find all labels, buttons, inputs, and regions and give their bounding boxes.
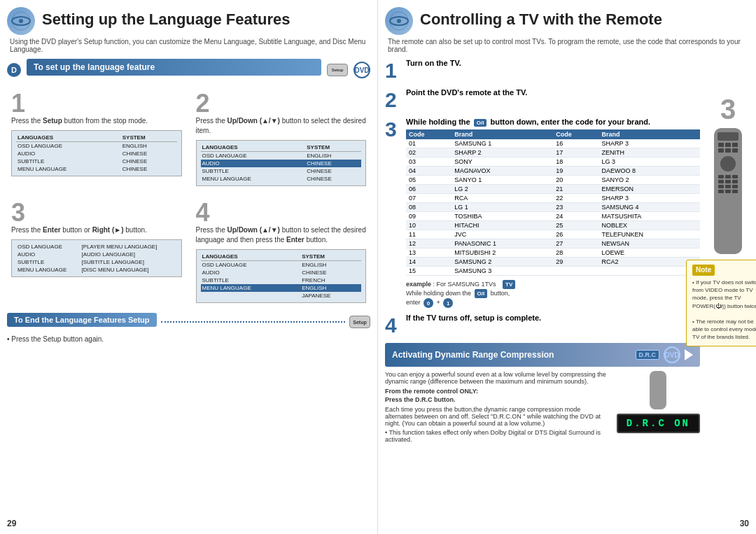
page-num-left: 29	[7, 519, 16, 528]
right-sidebar: 3	[707, 59, 749, 443]
step-tv-1-num: 1	[385, 59, 400, 83]
remote-small-left: Setup	[327, 64, 348, 76]
rb8	[725, 175, 731, 178]
drc-bar: Activating Dynamic Range Compression D.R…	[385, 343, 700, 367]
press-drc-label: Press the D.R.C button.	[385, 396, 610, 403]
rb5	[725, 148, 731, 153]
dvd-label-right: DVD	[664, 346, 680, 363]
rb7	[718, 175, 724, 178]
step-tv-2: 2 Point the DVD's remote at the TV.	[385, 88, 700, 112]
left-page: Setting up the Language Features Using t…	[0, 0, 378, 534]
step-tv-4: 4 If the TV turns off, setup is complete…	[385, 314, 700, 337]
rb18	[732, 190, 738, 193]
drc-arrow-icon	[685, 349, 693, 360]
remote-buttons-group1	[718, 143, 738, 153]
step-1-screen: LANGUAGESSYSTEM OSD LANGUAGEENGLISH AUDI…	[11, 130, 182, 176]
dotted-line	[161, 321, 345, 323]
step-tv-4-text: If the TV turns off, setup is complete.	[406, 314, 541, 322]
svg-point-2	[19, 19, 23, 23]
step-3-num: 3	[11, 200, 182, 225]
table-row: 01SAMSUNG 116SHARP 3	[406, 139, 700, 148]
table-row: 09TOSHIBA24MATSUSHITA	[406, 212, 700, 221]
rb6	[732, 148, 738, 153]
from-remote-label: From the remote control ONLY:	[385, 388, 610, 395]
drc-detail2: • This function takes effect only when D…	[385, 429, 610, 443]
step-1-text: Press the Setup button from the stop mod…	[11, 116, 182, 126]
end-setup-row: To End the Language Features Setup Setup	[7, 313, 370, 331]
table-row: 06LG 221EMERSON	[406, 185, 700, 194]
example-block: example : For SAMSUNG 1TVs TV While hold…	[406, 280, 700, 308]
rb4	[718, 148, 724, 153]
step-3-block: 3 Press the Enter button or Right (►) bu…	[7, 196, 186, 307]
step-4-text: Press the Up/Down (▲/▼) button to select…	[196, 225, 367, 245]
note-box: Note • If your TV does not switch from V…	[686, 260, 756, 346]
step-1-block: 1 Press the Setup button from the stop m…	[7, 87, 186, 190]
step-2-text: Press the Up/Down (▲/▼) button to select…	[196, 116, 367, 136]
step-4-screen: LANGUAGESSYSTEM OSD LANGUAGEENGLISH AUDI…	[196, 249, 367, 303]
col-code2: Code	[553, 129, 598, 139]
setup-button-label: Setup	[327, 64, 348, 76]
drc-text1: You can enjoy a powerful sound even at a…	[385, 371, 610, 385]
step-tv-3: 3 While holding the O/I button down, ent…	[385, 118, 700, 308]
table-row: 08LG 123SAMSUNG 4	[406, 203, 700, 212]
setup-btn-end: Setup	[349, 316, 370, 328]
left-title: Setting up the Language Features	[42, 10, 290, 29]
rb16	[718, 190, 724, 193]
num-0: 0	[424, 298, 433, 308]
table-row: 14SAMSUNG 229RCA2	[406, 258, 700, 267]
page-num-right: 30	[740, 519, 749, 528]
note-label: Note	[692, 265, 715, 276]
rb9	[732, 175, 738, 178]
left-title-icon	[7, 7, 35, 35]
rb3	[732, 143, 738, 147]
oi-btn-example: O/I	[475, 289, 488, 298]
drc-display: D.R.C ON	[617, 414, 700, 433]
table-row: 13MITSUBISHI 228LOEWE	[406, 248, 700, 258]
step-4-num: 4	[196, 200, 367, 225]
step-2-num: 2	[196, 91, 367, 116]
rb2	[725, 143, 731, 147]
remote-dpad	[720, 156, 736, 171]
col-brand1: Brand	[451, 129, 553, 139]
rb10	[718, 180, 724, 183]
step-tv-2-text: Point the DVD's remote at the TV.	[406, 88, 700, 97]
drc-remote-icon	[650, 371, 666, 409]
right-page: Controlling a TV with the Remote The rem…	[378, 0, 756, 534]
tv-label: TV	[503, 280, 515, 289]
drc-title: Activating Dynamic Range Compression	[392, 350, 554, 360]
section-bar-language: To set up the language feature	[27, 59, 321, 76]
drc-detail1: Each time you press the button,the dynam…	[385, 406, 610, 427]
step-3-text: Press the Enter button or Right (►) butt…	[11, 225, 182, 235]
table-row: 15SAMSUNG 3	[406, 267, 700, 276]
remote-top-display	[718, 132, 738, 141]
step-tv-3-text: While holding the O/I button down, enter…	[406, 118, 700, 127]
rb15	[732, 185, 738, 188]
brand-code-table: Code Brand Code Brand 01SAMSUNG 116SHARP…	[406, 129, 700, 276]
step-tv-4-num: 4	[385, 314, 400, 337]
table-row: 12PANASONIC 127NEWSAN	[406, 239, 700, 248]
rb12	[732, 180, 738, 183]
step-tv-2-num: 2	[385, 88, 400, 112]
big-num-3: 3	[720, 94, 736, 125]
note-text: • If your TV does not switch from VIDEO …	[692, 279, 756, 342]
remote-buttons-group2	[718, 175, 738, 193]
col-code1: Code	[406, 129, 451, 139]
remote-large-right	[714, 128, 742, 254]
table-row: 11JVC26TELEFUNKEN	[406, 230, 700, 239]
step-4-block: 4 Press the Up/Down (▲/▼) button to sele…	[192, 196, 371, 307]
right-title: Controlling a TV with the Remote	[420, 10, 662, 29]
step-tv-3-num: 3	[385, 118, 400, 141]
col-brand2: Brand	[599, 129, 700, 139]
left-subtitle: Using the DVD player's Setup function, y…	[7, 38, 370, 53]
step-2-screen: LANGUAGESSYSTEM OSD LANGUAGEENGLISH AUDI…	[196, 140, 367, 186]
num-1: 1	[443, 298, 453, 308]
step-tv-1: 1 Turn on the TV.	[385, 59, 700, 83]
table-row: 10HITACHI25NOBLEX	[406, 221, 700, 230]
drc-label-badge: D.R.C	[636, 350, 660, 360]
table-row: 05SANYO 120SANYO 2	[406, 176, 700, 185]
right-title-icon	[385, 7, 413, 35]
step-1-num: 1	[11, 91, 182, 116]
rb13	[718, 185, 724, 188]
rb11	[725, 180, 731, 183]
svg-point-5	[397, 19, 401, 23]
